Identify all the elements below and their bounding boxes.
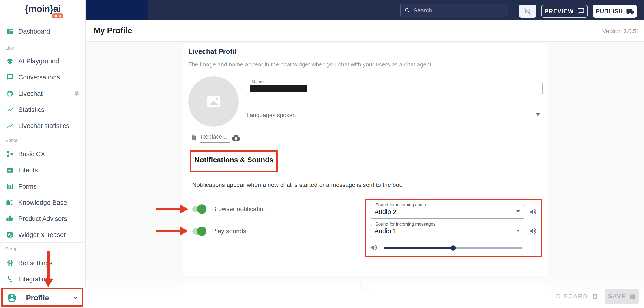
sidebar-item-bot-settings[interactable]: Bot settings [0,255,86,271]
preview-button[interactable]: PREVIEW [542,5,588,18]
topbar-active-highlight [86,0,148,20]
sidebar-item-forms[interactable]: Forms [0,178,86,194]
thumbs-up-icon [6,215,14,222]
folder-icon [6,166,14,174]
sidebar-item-knowledge-base[interactable]: Knowledge Base [0,194,86,211]
page-title: My Profile [94,26,132,35]
sidebar-divider [0,41,86,41]
topbar: PREVIEW PUBLISH [86,0,644,20]
play-sounds-label: Play sounds [212,228,246,235]
graduation-cap-icon [6,58,14,65]
sidebar-section-setup: Setup [5,246,18,252]
paperclip-icon [190,134,198,142]
bell-off-icon [74,90,80,97]
sidebar-item-statistics[interactable]: Statistics [0,102,86,118]
sidebar-divider [0,134,86,134]
line-chart-icon [6,122,14,130]
profile-settings-card: Livechat Profil The image and name appea… [183,42,548,276]
notifications-description: Notifications appear when a new chat is … [192,182,402,188]
chat-preview-icon [577,8,584,15]
sound-incoming-messages-select[interactable]: Sound for incoming messages Audio 1 [370,224,525,238]
sliders-icon [6,260,14,266]
select-underline [246,124,542,124]
avatar[interactable] [188,76,239,127]
browser-notification-label: Browser notification [212,206,267,213]
chevron-down-icon [536,114,540,116]
sidebar-item-ai-playground[interactable]: AI Playground [0,53,86,69]
section-divider [188,176,544,176]
volume-slider-thumb[interactable] [450,245,456,251]
sound-incoming-messages-value: Audio 1 [374,228,396,235]
headset-off-icon [524,7,532,15]
speaker-icon [530,227,537,235]
search-input[interactable] [414,7,504,14]
cloud-upload-icon[interactable] [232,134,240,142]
play-sounds-toggle[interactable] [192,228,206,235]
partial-card-right [370,283,547,296]
truck-icon [626,7,634,15]
sidebar-item-product-advisors[interactable]: Product Advisors [0,211,86,227]
partial-card-left [182,283,360,296]
replace-button[interactable]: Replace ... [200,133,230,142]
publish-label: PUBLISH [596,8,623,15]
app-logo: {moin}ai HUB [0,4,86,14]
sidebar-section-live: Live [5,46,14,51]
sidebar-item-livechat[interactable]: Livechat [0,86,86,102]
save-label: SAVE [608,293,626,300]
livechat-profile-description: The image and name appear in the chat wi… [188,61,433,68]
sidebar-item-intents[interactable]: Intents [0,162,86,178]
sidebar-item-widget-teaser[interactable]: Widget & Teaser [0,227,86,243]
sidebar-item-conversations[interactable]: Conversations [0,69,86,85]
chevron-down-icon [516,230,520,232]
line-chart-icon [6,106,14,113]
name-field-label: Name [250,79,265,84]
profile-label: Profile [26,294,49,302]
languages-spoken-label: Languages spoken [246,112,296,119]
volume-slider-fill [384,247,453,249]
chat-bubble-icon [6,74,14,81]
sidebar-item-profile[interactable]: Profile [0,288,86,308]
sound-incoming-chats-select[interactable]: Sound for incoming chats Audio 2 [370,205,525,219]
sidebar: {moin}ai HUB Dashboard Live AI Playgroun… [0,0,86,308]
trash-icon [592,293,598,300]
mute-notifications-button[interactable] [519,5,536,18]
sidebar-section-editor: Editor [5,138,18,143]
livechat-profile-title: Livechat Profil [188,48,236,56]
annotation-arrow-right-shaft-1 [156,208,180,210]
play-chat-sound-button[interactable] [530,208,537,216]
sidebar-item-livechat-statistics[interactable]: Livechat statistics [0,118,86,134]
image-placeholder-icon [207,96,220,107]
volume-slider[interactable] [384,247,523,249]
annotation-arrow-right-shaft-2 [156,230,180,232]
person-circle-icon [7,293,17,303]
volume-icon [370,244,378,251]
sound-incoming-chats-label: Sound for incoming chats [374,202,428,208]
search-box[interactable] [400,4,508,17]
dashboard-icon [6,28,14,35]
browser-notification-row: Browser notification [192,205,267,213]
version-label: Version 3.0.51 [602,28,640,35]
footer-actions: DISCARD SAVE [556,288,639,304]
save-button[interactable]: SAVE [605,289,639,304]
logo-hub-badge: HUB [52,14,63,18]
browser-notification-toggle[interactable] [192,205,206,213]
play-sounds-row: Play sounds [192,228,246,235]
name-field[interactable]: Name [246,82,542,95]
sidebar-item-dashboard[interactable]: Dashboard [0,23,86,40]
notifications-sounds-title: Notifications & Sounds [194,156,274,164]
content-area: Livechat Profil The image and name appea… [86,42,644,308]
discard-button[interactable]: DISCARD [556,293,598,300]
name-redaction [250,85,307,92]
face-icon [6,90,14,97]
sidebar-item-basic-cx[interactable]: Basic CX [0,146,86,162]
replace-image-row: Replace ... [190,133,240,142]
play-message-sound-button[interactable] [530,227,537,235]
sidebar-item-integrations[interactable]: Integrations [0,271,86,287]
publish-button[interactable]: PUBLISH [593,5,637,18]
logo-text: {moin}ai [25,4,61,14]
integrations-icon [6,276,14,283]
open-book-icon [6,199,14,206]
chevron-down-icon [516,210,520,213]
languages-spoken-select[interactable]: Languages spoken [246,110,542,125]
app-window: {moin}ai HUB Dashboard Live AI Playgroun… [0,0,644,308]
